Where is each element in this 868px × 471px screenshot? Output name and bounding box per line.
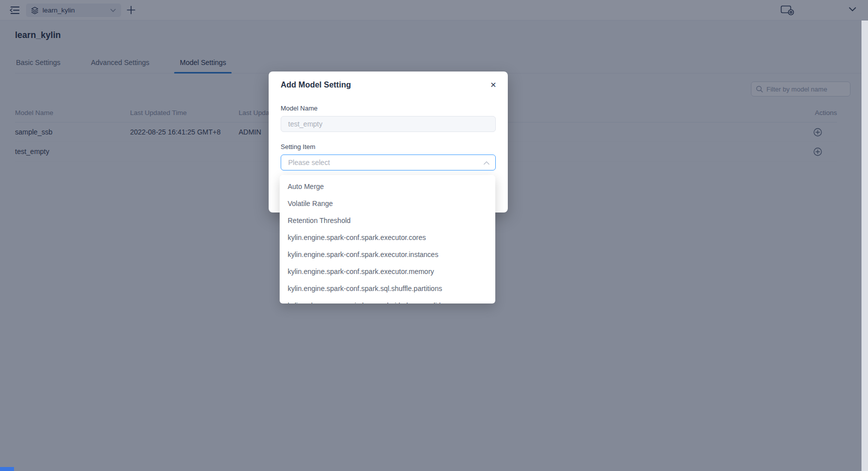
setting-item-dropdown: Auto Merge Volatile Range Retention Thre… [280,175,495,304]
scrollbar[interactable] [861,20,868,471]
option-spark-executor-memory[interactable]: kylin.engine.spark-conf.spark.executor.m… [280,263,495,280]
option-spark-executor-instances[interactable]: kylin.engine.spark-conf.spark.executor.i… [280,246,495,263]
setting-item-select[interactable]: Please select [281,154,496,170]
model-name-label: Model Name [281,104,496,112]
option-spark-executor-cores[interactable]: kylin.engine.spark-conf.spark.executor.c… [280,229,495,246]
option-volatile-range[interactable]: Volatile Range [280,195,495,212]
option-base-cuboid-valid[interactable]: kylin.cube.aggrgroup.is-base-cuboid-alwa… [280,297,495,304]
chevron-up-icon [483,161,490,165]
select-placeholder: Please select [288,158,330,166]
model-name-input [281,116,496,132]
sidebar-peek-accent [0,467,14,471]
close-icon[interactable]: ✕ [489,80,498,90]
setting-item-label: Setting Item [281,143,496,150]
dialog-title: Add Model Setting [281,80,496,90]
option-spark-shuffle-partitions[interactable]: kylin.engine.spark-conf.spark.sql.shuffl… [280,280,495,297]
option-retention-threshold[interactable]: Retention Threshold [280,212,495,229]
option-auto-merge[interactable]: Auto Merge [280,178,495,195]
